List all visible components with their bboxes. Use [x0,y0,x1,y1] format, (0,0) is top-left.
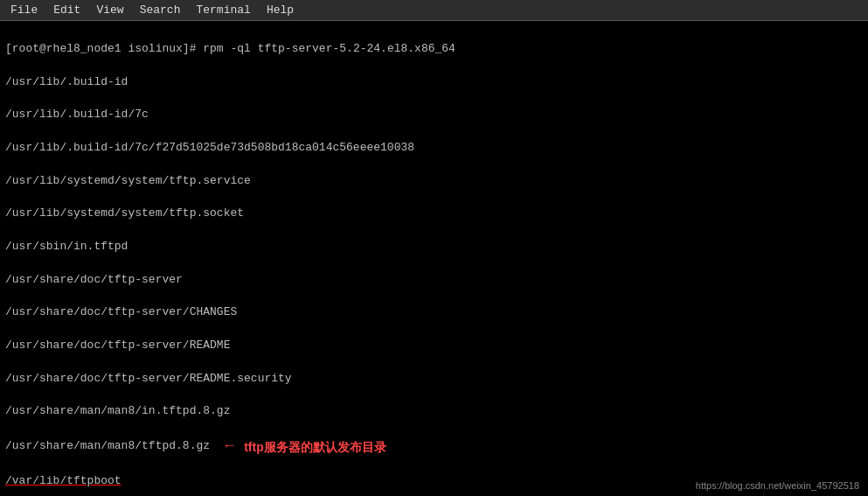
line-out-11: /usr/share/man/man8/in.tftpd.8.gz [5,403,863,420]
menu-view[interactable]: View [89,2,130,18]
line-out-5: /usr/lib/systemd/system/tftp.socket [5,206,863,222]
menu-search[interactable]: Search [133,2,188,18]
line-out-2: /usr/lib/.build-id/7c [5,107,863,123]
line-out-1: /usr/lib/.build-id [5,74,863,91]
menu-edit[interactable]: Edit [46,2,87,18]
line-out-3: /usr/lib/.build-id/7c/f27d51025de73d508b… [5,140,863,157]
line-out-8: /usr/share/doc/tftp-server/CHANGES [5,304,863,321]
line-out-7: /usr/share/doc/tftp-server [5,272,863,289]
line-out-annotated: /usr/share/man/man8/tftpd.8.gz ← tftp服务器… [5,437,863,457]
menu-help[interactable]: Help [260,2,301,18]
menubar: File Edit View Search Terminal Help [0,0,868,21]
line-cmd-1: [root@rhel8_node1 isolinux]# rpm -ql tft… [5,41,863,58]
line-out-4: /usr/lib/systemd/system/tftp.service [5,173,863,190]
line-out-10: /usr/share/doc/tftp-server/README.securi… [5,371,863,388]
line-out-6: /usr/sbin/in.tftpd [5,239,863,255]
line-out-9: /usr/share/doc/tftp-server/README [5,338,863,354]
terminal[interactable]: [root@rhel8_node1 isolinux]# rpm -ql tft… [0,21,868,496]
menu-terminal[interactable]: Terminal [189,2,257,18]
watermark: https://blog.csdn.net/weixin_45792518 [696,480,859,491]
menu-file[interactable]: File [3,2,45,18]
